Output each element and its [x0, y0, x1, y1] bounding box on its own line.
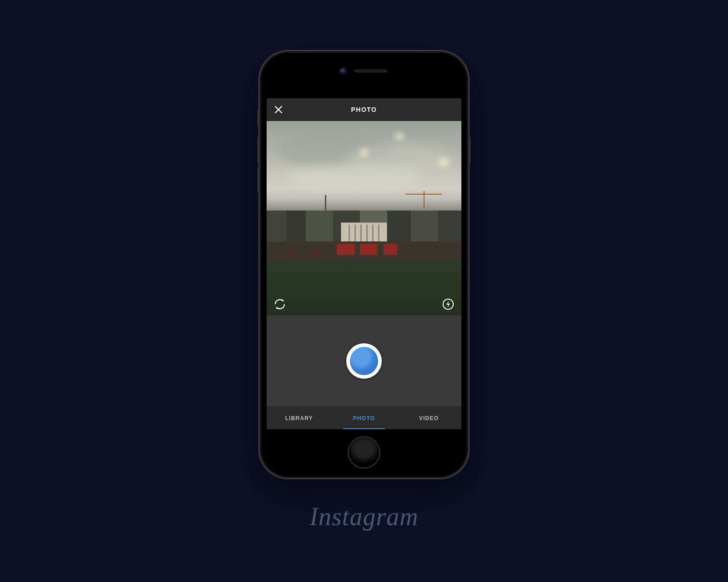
- shutter-area: [267, 316, 461, 406]
- header-title: PHOTO: [267, 106, 461, 113]
- tab-photo[interactable]: PHOTO: [332, 407, 397, 429]
- phone-bezel: PHOTO: [261, 53, 467, 477]
- close-icon: [273, 104, 284, 115]
- bottom-tabbar: LIBRARY PHOTO VIDEO: [267, 406, 461, 429]
- viewfinder-controls: [267, 297, 461, 311]
- tab-label: VIDEO: [419, 415, 439, 421]
- volume-down-button: [258, 167, 259, 193]
- home-button[interactable]: [349, 437, 379, 467]
- brand-logo: Instagram: [309, 502, 418, 531]
- screen: PHOTO: [267, 98, 461, 429]
- viewfinder-image: [267, 121, 461, 316]
- flash-icon: [441, 297, 455, 311]
- shutter-button[interactable]: [346, 343, 382, 379]
- flash-button[interactable]: [441, 297, 455, 311]
- tab-video[interactable]: VIDEO: [396, 407, 461, 429]
- mute-switch: [258, 110, 259, 125]
- tab-label: LIBRARY: [285, 415, 313, 421]
- tab-label: PHOTO: [353, 415, 375, 421]
- app-header: PHOTO: [267, 98, 461, 121]
- sensor-bar: [261, 68, 467, 74]
- power-button: [469, 137, 470, 163]
- front-camera: [340, 68, 346, 74]
- shutter-inner: [350, 347, 378, 375]
- close-button[interactable]: [273, 104, 284, 115]
- tab-library[interactable]: LIBRARY: [267, 407, 332, 429]
- camera-viewfinder[interactable]: [267, 121, 461, 316]
- phone-device-frame: PHOTO: [259, 51, 469, 478]
- earpiece-speaker: [354, 69, 388, 73]
- volume-up-button: [258, 137, 259, 163]
- switch-camera-icon: [273, 297, 287, 311]
- switch-camera-button[interactable]: [273, 297, 287, 311]
